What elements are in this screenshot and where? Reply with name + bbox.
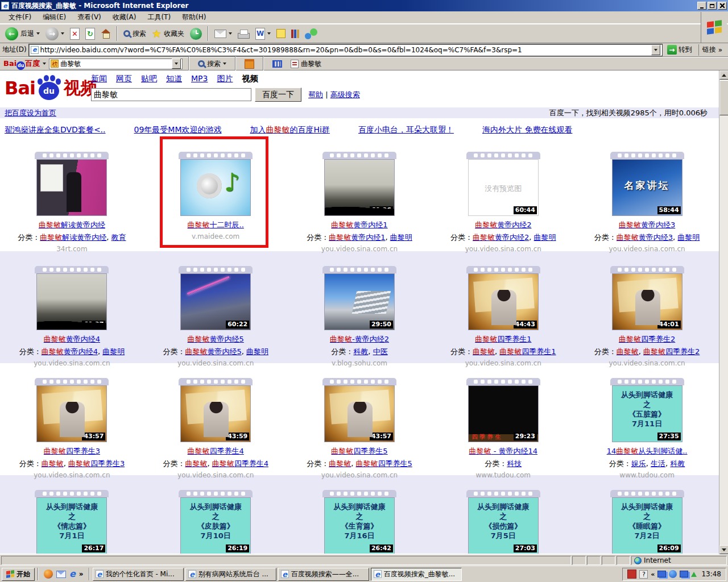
forward-button[interactable]: → (43, 25, 67, 42)
menu-item[interactable]: 帮助(H) (177, 11, 211, 23)
category-link[interactable]: 生活 (651, 459, 665, 468)
back-button[interactable]: ← 后退 (2, 25, 43, 42)
menu-item[interactable]: 收藏(A) (107, 11, 142, 23)
category-link[interactable]: 曲黎敏解读黄帝内经 (40, 233, 106, 242)
category-link[interactable]: 曲黎明 (246, 347, 268, 356)
discuss-button[interactable] (274, 25, 288, 42)
video-title-link[interactable]: 14曲黎敏从头到脚话健.. (607, 446, 688, 456)
video-thumbnail[interactable]: 没有预览图60:44 (468, 159, 539, 216)
video-title-link[interactable]: 曲黎敏四季养生5 (331, 446, 387, 456)
category-link[interactable]: 科教 (670, 459, 685, 468)
set-home-link[interactable]: 把百度设为首页 (5, 108, 56, 118)
video-thumbnail[interactable]: 29:50 (324, 273, 395, 330)
category-link[interactable]: 曲黎敏黄帝内经2 (473, 233, 529, 242)
video-thumbnail[interactable]: 从头到脚话健康之《皮肤篇》7月10日26:19 (180, 497, 251, 554)
video-thumbnail[interactable]: 60:26 (324, 159, 395, 216)
video-thumbnail[interactable]: 44:01 (612, 273, 682, 330)
baidu-toolbar-input[interactable] (60, 60, 170, 68)
research-button[interactable] (288, 25, 302, 42)
messenger-tray-icon[interactable] (669, 570, 677, 578)
video-title-link[interactable]: 曲黎敏黄帝内经2 (475, 220, 531, 230)
taskbar-task[interactable]: 别有病网站系统后台 ... (185, 568, 276, 581)
video-title-link[interactable]: 曲黎敏四季养生1 (475, 334, 531, 344)
mail-button[interactable] (212, 25, 235, 42)
baidu-logo-dropdown-icon[interactable] (43, 63, 46, 65)
video-title-link[interactable]: 曲黎敏-黄帝内经2 (330, 334, 389, 344)
video-thumbnail[interactable]: 43:57 (324, 385, 395, 442)
sponsored-link[interactable]: 09年最受MM欢迎的游戏 (134, 125, 222, 137)
category-link[interactable]: 曲黎敏 (329, 459, 351, 468)
scroll-down-button[interactable] (719, 545, 728, 554)
baidu-video-button[interactable] (270, 55, 285, 72)
nav-link-图片[interactable]: 图片 (217, 74, 233, 84)
category-link[interactable]: 曲黎敏 (185, 459, 207, 468)
category-link[interactable]: 娱乐 (631, 459, 646, 468)
category-link[interactable]: 曲黎敏四季养生4 (212, 459, 268, 468)
outlook-express-icon[interactable] (56, 571, 66, 578)
video-thumbnail[interactable]: 从头到脚话健康之《损伤篇》7月5日27:03 (468, 497, 539, 554)
category-link[interactable]: 曲黎敏黄帝内经4 (42, 347, 98, 356)
category-link[interactable]: 曲黎敏四季养生3 (68, 459, 125, 468)
nav-link-新闻[interactable]: 新闻 (91, 74, 107, 84)
ie-icon[interactable] (69, 569, 76, 579)
baidu-logo[interactable]: Bai du 视频 (5, 75, 98, 101)
video-thumbnail[interactable]: 从头到脚话健康之《情志篇》7月1日26:17 (36, 497, 107, 554)
nav-link-视频[interactable]: 视频 (242, 74, 258, 84)
address-input[interactable] (40, 46, 650, 54)
restore-button[interactable] (708, 2, 717, 10)
baidu-toolbar-dropdown[interactable] (172, 59, 181, 69)
taskbar-task[interactable]: 我的个性化首页 - Mi... (93, 568, 184, 581)
baidu-gift-button[interactable] (242, 55, 257, 72)
stop-button[interactable]: ✕ (67, 25, 82, 42)
video-title-link[interactable]: 曲黎敏黄帝内经1 (331, 220, 387, 230)
vertical-scrollbar[interactable] (719, 70, 728, 554)
video-thumbnail[interactable] (180, 159, 251, 216)
back-dropdown-icon[interactable] (36, 32, 40, 35)
video-title-link[interactable]: 曲黎敏四季养生2 (619, 334, 675, 344)
video-thumbnail[interactable]: 60:27 (36, 273, 107, 330)
sponsored-link[interactable]: 百度小电台，耳朵大联盟！ (358, 125, 454, 137)
baidu-user-button[interactable]: 曲黎敏 (288, 55, 324, 72)
nav-link-贴吧[interactable]: 贴吧 (141, 74, 157, 84)
category-link[interactable]: 曲黎明 (102, 347, 125, 356)
taskbar-task[interactable]: 百度视频搜索_曲黎敏... (371, 568, 462, 581)
taskbar-task[interactable]: 百度视频搜索——全... (278, 568, 369, 581)
favorites-button[interactable]: ★ 收藏夹 (149, 25, 187, 42)
help-link[interactable]: 帮助 (308, 90, 323, 99)
sponsored-link[interactable]: 加入曲黎敏的百度Hi群 (250, 125, 330, 137)
nav-link-网页[interactable]: 网页 (116, 74, 132, 84)
edit-dropdown-icon[interactable] (267, 32, 271, 35)
category-link[interactable]: 曲黎敏黄帝内经3 (617, 233, 673, 242)
media-player-icon[interactable] (44, 569, 53, 579)
video-thumbnail[interactable]: 四 季 养 生29:23 (468, 385, 539, 442)
video-thumbnail[interactable]: 43:57 (36, 385, 107, 442)
video-title-link[interactable]: 曲黎敏 - 黄帝内经14 (469, 446, 538, 456)
video-thumbnail[interactable]: 从头到脚话健康之《生育篇》7月16日26:42 (324, 497, 395, 554)
advanced-search-link[interactable]: 高级搜索 (330, 90, 360, 99)
edit-with-word-button[interactable]: W (253, 25, 274, 42)
category-link[interactable]: 曲黎敏四季养生2 (643, 347, 700, 356)
category-link[interactable]: 科教 (353, 347, 368, 356)
baidu-toolbar-logo[interactable]: Bai du 百度 (3, 59, 40, 69)
links-bar[interactable]: 链接 (698, 44, 726, 56)
history-button[interactable] (187, 25, 205, 42)
category-link[interactable]: 中医 (373, 347, 388, 356)
address-dropdown-button[interactable] (651, 45, 660, 55)
category-link[interactable]: 曲黎敏 (42, 459, 64, 468)
search-button[interactable]: 搜索 (121, 25, 149, 42)
category-link[interactable]: 曲黎敏黄帝内经5 (185, 347, 241, 356)
baidu-toolbar-search-button[interactable]: 搜索 (195, 55, 229, 72)
menu-item[interactable]: 编辑(E) (38, 11, 71, 23)
search-input[interactable] (91, 88, 251, 101)
category-link[interactable]: 科技 (507, 459, 522, 468)
refresh-button[interactable]: ↻ (82, 25, 98, 42)
category-link[interactable]: 曲黎明 (534, 233, 556, 242)
ime-tray-icon[interactable] (627, 569, 636, 579)
go-button[interactable]: → 转到 (664, 44, 695, 55)
home-button[interactable] (98, 25, 114, 42)
video-title-link[interactable]: 曲黎敏十二时辰.. (188, 220, 244, 230)
nav-link-MP3[interactable]: MP3 (191, 74, 208, 83)
menu-item[interactable]: 工具(T) (142, 11, 176, 23)
category-link[interactable]: 曲黎明 (390, 233, 412, 242)
category-link[interactable]: 曲黎敏黄帝内经1 (329, 233, 385, 242)
